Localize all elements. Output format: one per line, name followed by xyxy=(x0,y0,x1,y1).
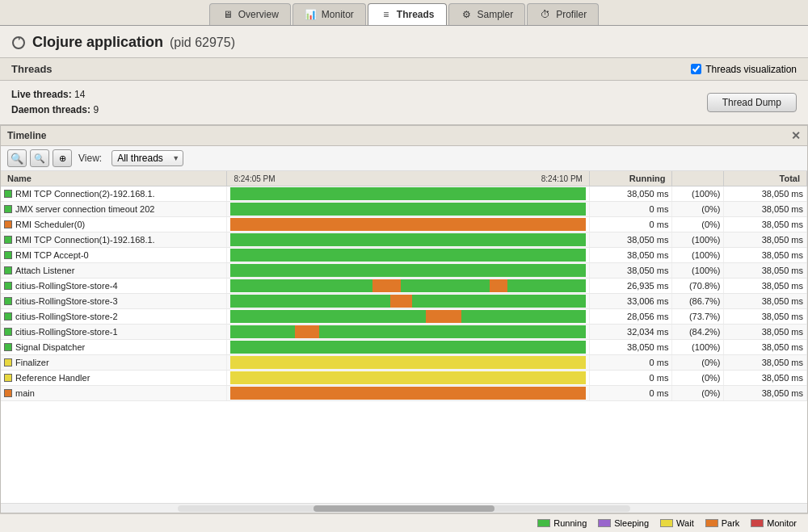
thread-running-val: 38,050 ms xyxy=(589,186,672,202)
col-pct xyxy=(672,171,724,186)
thread-status-dot xyxy=(4,205,12,213)
table-row: RMI TCP Connection(1)-192.168.1. 38,050 … xyxy=(1,232,807,248)
horizontal-scrollbar[interactable] xyxy=(1,503,807,513)
table-row: Finalizer 0 ms(0%)38,050 ms xyxy=(1,355,807,371)
thread-name-cell-11: Finalizer xyxy=(1,355,227,371)
thread-timeline-cell-2 xyxy=(227,217,589,232)
tab-profiler-label: Profiler xyxy=(556,9,587,20)
thread-running-val: 0 ms xyxy=(589,217,672,232)
thread-name-cell-1: JMX server connection timeout 202 xyxy=(1,202,227,217)
thread-running-val: 0 ms xyxy=(589,202,672,217)
thread-name-cell-8: citius-RollingStore-store-2 xyxy=(1,309,227,325)
thread-total-val: 38,050 ms xyxy=(724,263,807,279)
timeline-section: Timeline ✕ 🔍 🔍 ⊕ View: All threads ▼ Nam… xyxy=(0,125,808,513)
timeline-bar-container xyxy=(230,341,585,354)
thread-name-cell-3: RMI TCP Connection(1)-192.168.1. xyxy=(1,232,227,248)
thread-name-cell-4: RMI TCP Accept-0 xyxy=(1,248,227,263)
table-row: citius-RollingStore-store-2 28,056 ms(73… xyxy=(1,309,807,325)
tab-threads-label: Threads xyxy=(397,9,435,20)
thread-pct-val: (73.7%) xyxy=(672,309,724,325)
thread-name-cell-6: citius-RollingStore-store-4 xyxy=(1,279,227,294)
thread-running-val: 0 ms xyxy=(589,371,672,386)
timeline-toolbar: 🔍 🔍 ⊕ View: All threads ▼ xyxy=(1,146,807,171)
thread-pct-val: (86.7%) xyxy=(672,294,724,309)
thread-name-text: Signal Dispatcher xyxy=(15,342,85,352)
legend-monitor-label: Monitor xyxy=(767,518,797,528)
viz-checkbox-input[interactable] xyxy=(691,64,701,74)
tab-monitor-label: Monitor xyxy=(322,9,354,20)
bar-segment-orange xyxy=(426,310,461,323)
scrollbar-thumb[interactable] xyxy=(314,505,494,512)
daemon-threads-value: 9 xyxy=(93,104,99,115)
thread-timeline-cell-7 xyxy=(227,294,589,309)
thread-pct-val: (84.2%) xyxy=(672,325,724,340)
view-select[interactable]: All threads xyxy=(112,150,183,166)
tab-profiler[interactable]: ⏱ Profiler xyxy=(527,3,599,25)
thread-status-dot xyxy=(4,374,12,382)
thread-name-text: citius-RollingStore-store-2 xyxy=(15,312,118,321)
thread-timeline-cell-8 xyxy=(227,309,589,325)
timeline-bar-container xyxy=(230,264,585,277)
zoom-fit-button[interactable]: ⊕ xyxy=(53,149,72,167)
live-threads-value: 14 xyxy=(74,89,85,100)
timeline-bar-container xyxy=(230,310,585,323)
info-row: Live threads: 14 Daemon threads: 9 Threa… xyxy=(0,81,808,125)
timeline-bar-container xyxy=(230,371,585,384)
legend-sleeping-label: Sleeping xyxy=(614,518,649,528)
thread-total-val: 38,050 ms xyxy=(724,279,807,294)
thread-name-text: JMX server connection timeout 202 xyxy=(15,204,154,214)
tab-sampler-label: Sampler xyxy=(478,9,514,20)
timeline-bar-container xyxy=(230,387,585,400)
thread-running-val: 26,935 ms xyxy=(589,279,672,294)
bar-segment-green xyxy=(230,310,426,323)
thread-pct-val: (70.8%) xyxy=(672,279,724,294)
timeline-title: Timeline xyxy=(7,130,46,141)
legend-park: Park xyxy=(705,518,740,528)
bar-segment-green xyxy=(507,279,586,292)
thread-dump-button[interactable]: Thread Dump xyxy=(707,93,797,112)
thread-name-text: citius-RollingStore-store-1 xyxy=(15,327,118,337)
tab-overview[interactable]: 🖥 Overview xyxy=(209,3,291,25)
bar-segment-green xyxy=(230,264,585,277)
table-row: Reference Handler 0 ms(0%)38,050 ms xyxy=(1,371,807,386)
bar-segment-yellow xyxy=(230,371,585,384)
thread-status-dot xyxy=(4,312,12,320)
thread-total-val: 38,050 ms xyxy=(724,386,807,401)
threads-section-title: Threads xyxy=(11,63,53,75)
bar-segment-orange xyxy=(490,279,507,292)
thread-name-text: citius-RollingStore-store-4 xyxy=(15,281,118,291)
thread-status-dot xyxy=(4,236,12,244)
thread-running-val: 0 ms xyxy=(589,386,672,401)
zoom-out-button[interactable]: 🔍 xyxy=(30,149,49,167)
thread-timeline-cell-13 xyxy=(227,386,589,401)
main-content: Clojure application (pid 62975) Threads … xyxy=(0,26,808,532)
daemon-threads-label: Daemon threads: xyxy=(11,104,90,115)
table-row: citius-RollingStore-store-4 26,935 ms(70… xyxy=(1,279,807,294)
threads-table-container[interactable]: Name 8:24:05 PM 8:24:10 PM Running Total xyxy=(1,171,807,503)
table-row: citius-RollingStore-store-1 32,034 ms(84… xyxy=(1,325,807,340)
thread-name-cell-0: RMI TCP Connection(2)-192.168.1. xyxy=(1,186,227,202)
table-row: main 0 ms(0%)38,050 ms xyxy=(1,386,807,401)
bar-segment-green xyxy=(230,249,585,262)
thread-total-val: 38,050 ms xyxy=(724,294,807,309)
thread-pct-val: (0%) xyxy=(672,217,724,232)
zoom-in-button[interactable]: 🔍 xyxy=(7,149,27,167)
time-end-label: 8:24:10 PM xyxy=(541,174,583,183)
thread-name-cell-2: RMI Scheduler(0) xyxy=(1,217,227,232)
timeline-close-button[interactable]: ✕ xyxy=(791,129,801,142)
thread-status-dot xyxy=(4,266,12,274)
col-timeline: 8:24:05 PM 8:24:10 PM xyxy=(227,171,589,186)
timeline-bar-container xyxy=(230,279,585,292)
tab-threads[interactable]: ≡ Threads xyxy=(368,3,447,25)
tab-sampler[interactable]: ⚙ Sampler xyxy=(448,3,526,25)
timeline-bar-container xyxy=(230,356,585,369)
thread-status-dot xyxy=(4,251,12,259)
thread-timeline-cell-5 xyxy=(227,263,589,279)
bar-segment-green xyxy=(319,325,586,338)
thread-status-dot xyxy=(4,297,12,305)
live-threads-label: Live threads: xyxy=(11,89,72,100)
tab-monitor[interactable]: 📊 Monitor xyxy=(292,3,366,25)
viz-checkbox-container[interactable]: Threads visualization xyxy=(691,64,797,75)
viz-checkbox-label: Threads visualization xyxy=(705,64,797,75)
app-pid: (pid 62975) xyxy=(170,36,235,50)
